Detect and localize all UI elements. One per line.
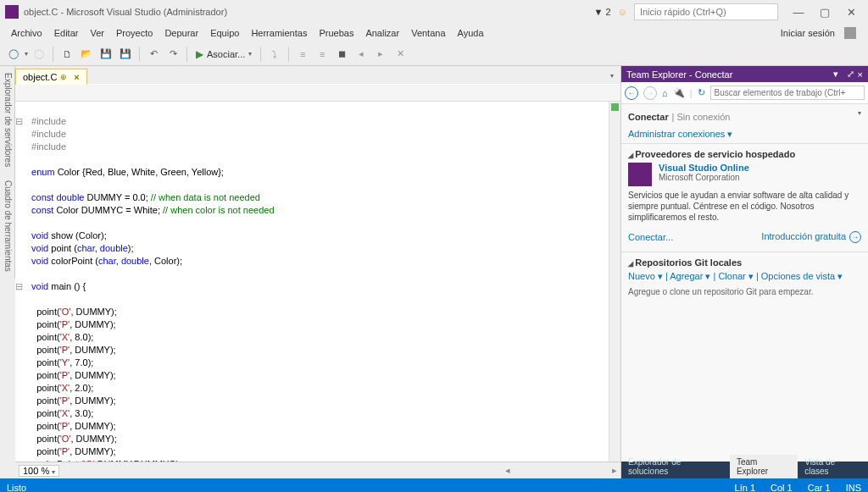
menu-ayuda[interactable]: Ayuda [452,28,490,38]
split-handle-icon[interactable] [611,103,619,111]
scroll-left-icon[interactable]: ◂ [505,465,510,476]
vso-corp: Microsoft Corporation [659,173,749,182]
status-ready: Listo [7,483,26,492]
file-tab-label: object.C [23,72,57,82]
close-tab-icon[interactable]: × [74,72,79,82]
file-tab-objectc[interactable]: object.C ⊕ × [15,69,87,85]
next-bookmark-icon[interactable]: ▸ [372,46,389,63]
solution-explorer-tab[interactable]: Explorador de soluciones [621,455,730,478]
connect-icon[interactable]: 🔌 [673,87,685,98]
local-git-header[interactable]: Repositorios Git locales [628,257,861,268]
nav-back-icon[interactable]: ◯ [5,46,22,63]
uncomment-icon[interactable]: ≡ [314,46,331,63]
menu-ventana[interactable]: Ventana [405,28,451,38]
status-bar: Listo Lín 1 Col 1 Car 1 INS [0,478,868,492]
menu-pruebas[interactable]: Pruebas [313,28,359,38]
scroll-right-icon[interactable]: ▸ [612,465,617,476]
panel-close-icon[interactable]: × [858,69,863,80]
menu-herramientas[interactable]: Herramientas [245,28,313,38]
redo-icon[interactable]: ↷ [164,46,181,63]
sign-in-link[interactable]: Iniciar sesión [775,27,863,39]
step-icon[interactable]: ⤵ [266,46,283,63]
toolbox-tab[interactable]: Cuadro de herramientas [0,174,15,279]
arrow-icon: → [849,231,861,243]
maximize-button[interactable]: ▢ [813,6,837,19]
menu-bar: Archivo Editar Ver Proyecto Depurar Equi… [0,24,868,42]
outline-margin[interactable]: ⊟ ⊟ [15,102,27,462]
code-editor[interactable]: #include #include #include enum Color {R… [27,102,609,462]
connect-link[interactable]: Conectar... [628,229,680,246]
menu-editar[interactable]: Editar [48,28,85,38]
window-title: object.C - Microsoft Visual Studio (Admi… [24,7,594,17]
prev-bookmark-icon[interactable]: ◂ [353,46,370,63]
refresh-icon[interactable]: ↻ [698,87,705,98]
tab-dropdown-icon[interactable]: ▾ [604,67,620,84]
menu-equipo[interactable]: Equipo [204,28,245,38]
te-page-title: Conectar | Sin conexión ▾ [621,104,868,125]
comment-icon[interactable]: ≡ [294,46,311,63]
attach-button[interactable]: ▶Asociar...▾ [192,48,255,60]
menu-ver[interactable]: Ver [84,28,110,38]
hosted-providers-header[interactable]: Proveedores de servicio hospedado [628,149,861,159]
zoom-combo[interactable]: 100 % ▾ [19,465,59,477]
team-explorer-title: Team Explorer - Conectar ▾ ⤢ × [621,66,868,82]
minimize-button[interactable]: — [787,6,810,19]
nav-bar[interactable] [15,85,620,102]
team-explorer-tab[interactable]: Team Explorer [730,455,798,478]
vs-logo-icon [5,5,19,19]
back-icon[interactable]: ← [625,86,638,100]
status-line: Lín 1 [735,483,755,492]
nav-fwd-icon[interactable]: ◯ [31,46,47,63]
open-icon[interactable]: 📂 [78,46,95,63]
bookmark-icon[interactable]: ◼ [333,46,350,63]
new-project-icon[interactable]: 🗋 [58,46,75,63]
status-col: Col 1 [771,483,793,492]
work-item-search[interactable] [710,86,865,100]
menu-analizar[interactable]: Analizar [359,28,405,38]
fwd-icon[interactable]: → [643,86,657,100]
notification-flag[interactable]: ▼ 2 [594,7,611,17]
menu-depurar[interactable]: Depurar [159,28,204,38]
vso-icon [628,163,652,186]
save-icon[interactable]: 💾 [97,46,114,63]
vso-link[interactable]: Visual Studio Online [659,163,749,173]
menu-archivo[interactable]: Archivo [5,28,48,38]
quick-launch-input[interactable] [634,3,778,20]
avatar-icon [844,27,856,39]
scrollbar-v[interactable] [609,102,620,462]
undo-icon[interactable]: ↶ [145,46,162,63]
play-icon: ▶ [196,48,203,60]
vso-description: Servicios que le ayudan a enviar softwar… [628,190,861,223]
menu-proyecto[interactable]: Proyecto [110,28,159,38]
status-ins: INS [846,483,861,492]
main-toolbar: ◯▾ ◯ 🗋 📂 💾 💾 ↶ ↷ ▶Asociar...▾ ⤵ ≡ ≡ ◼ ◂ … [0,42,868,66]
git-hint: Agregue o clone un repositorio Git para … [628,287,861,296]
intro-link[interactable]: Introducción gratuita→ [754,228,861,246]
panel-pin-icon[interactable]: ⤢ [847,69,854,80]
home-icon[interactable]: ⌂ [662,88,668,98]
feedback-icon[interactable]: ☺ [618,7,627,17]
panel-dropdown-icon[interactable]: ▾ [833,69,838,80]
save-all-icon[interactable]: 💾 [117,46,134,63]
server-explorer-tab[interactable]: Explorador de servidores [0,66,15,174]
git-actions[interactable]: Nuevo ▾ | Agregar ▾ | Clonar ▾ | Opcione… [628,271,861,282]
te-menu-icon[interactable]: ▾ [858,109,861,117]
pin-icon[interactable]: ⊕ [60,73,67,81]
close-button[interactable]: ✕ [839,6,863,19]
clear-bookmark-icon[interactable]: ✕ [392,46,409,63]
status-char: Car 1 [808,483,831,492]
class-view-tab[interactable]: Vista de clases [798,455,868,478]
manage-connections-link[interactable]: Administrar conexiones ▾ [621,125,739,143]
